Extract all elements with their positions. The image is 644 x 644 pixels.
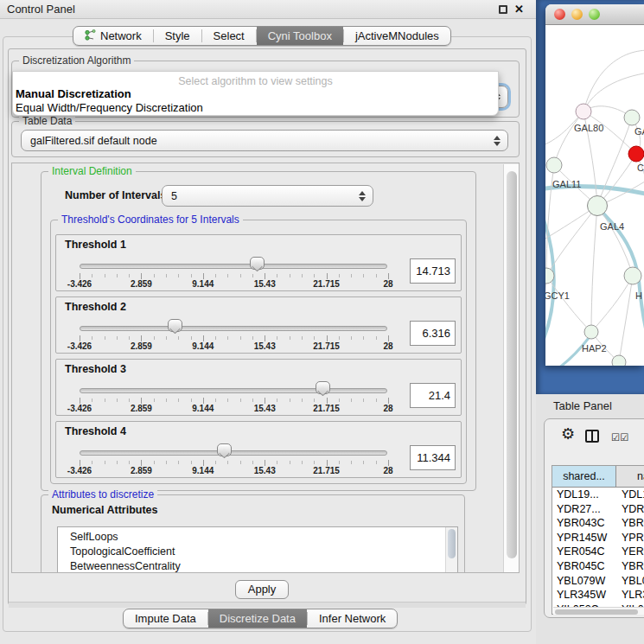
table-horizontal-scrollbar-thumb[interactable] — [555, 609, 638, 615]
slider-axis-labels: -3.4262.8599.14415.4321.71528 — [80, 404, 388, 414]
split-view-icon[interactable] — [585, 430, 599, 443]
network-node[interactable] — [612, 355, 626, 366]
table-data-combobox[interactable]: galFiltered.sif default node — [21, 130, 508, 151]
network-canvas[interactable]: GAL80GACGAL11GAL4GCY1HHAP2 — [545, 25, 644, 366]
network-node-gal11[interactable] — [546, 157, 562, 173]
table-row[interactable]: YPR145WYPR1 — [552, 531, 644, 545]
table-row[interactable]: YDL19...YDL1 — [552, 488, 644, 502]
tab-network[interactable]: Network — [73, 27, 153, 45]
threshold-slider-thumb[interactable] — [217, 443, 231, 459]
network-node-label: H — [635, 290, 642, 301]
threshold-slider-track[interactable] — [80, 388, 387, 393]
cell-name: YBR0 — [616, 516, 644, 531]
network-edge[interactable] — [591, 276, 633, 332]
tick-mark — [154, 461, 155, 464]
network-edge[interactable] — [597, 206, 633, 276]
network-window-titlebar[interactable] — [545, 4, 644, 25]
threshold-slider-thumb[interactable] — [316, 381, 329, 397]
threshold-slider-thumb[interactable] — [250, 257, 264, 272]
interval-definition-group: Interval Definition Number of Intervals … — [41, 171, 476, 491]
number-of-intervals-combobox[interactable]: 5 — [162, 185, 373, 207]
table-row[interactable]: YDR27...YDR2 — [552, 502, 644, 517]
numerical-attributes-list[interactable]: SelfLoopsTopologicalCoefficientBetweenne… — [57, 526, 458, 573]
threshold-panel-4: Threshold 4-3.4262.8599.14415.4321.71528… — [55, 421, 462, 478]
network-node-ga[interactable] — [624, 110, 640, 125]
tick-mark — [129, 336, 130, 340]
threshold-slider-track[interactable] — [80, 326, 387, 331]
threshold-slider-track[interactable] — [80, 264, 387, 269]
network-node-c[interactable] — [628, 146, 644, 162]
tick-mark — [327, 335, 328, 341]
table-row[interactable]: YLR345WYLR3 — [552, 588, 644, 603]
threshold-value-field[interactable]: 14.713 — [410, 258, 456, 284]
zoom-traffic-light-icon[interactable] — [589, 9, 600, 20]
attribute-list-item[interactable]: TopologicalCoefficient — [58, 545, 457, 559]
table-horizontal-scrollbar[interactable] — [553, 607, 644, 615]
axis-tick-label: 28 — [383, 341, 392, 351]
threshold-slider-track[interactable] — [80, 450, 387, 456]
network-edge[interactable] — [591, 206, 597, 332]
network-edge[interactable] — [583, 73, 644, 112]
tab-cyni-toolbox[interactable]: Cyni Toolbox — [257, 27, 343, 45]
list-scrollbar-thumb[interactable] — [448, 529, 456, 558]
network-node-hap2[interactable] — [584, 325, 598, 339]
tick-mark — [215, 461, 216, 464]
tick-mark — [141, 460, 142, 466]
float-window-icon[interactable] — [499, 5, 507, 14]
attribute-list-item[interactable]: BetweennessCentrality — [58, 559, 457, 573]
threshold-slider-thumb[interactable] — [168, 319, 182, 335]
table-row[interactable]: YER054CYER0 — [552, 545, 644, 559]
tick-mark — [339, 461, 340, 464]
tick-mark — [277, 461, 277, 464]
apply-button[interactable]: Apply — [235, 580, 289, 599]
table-data-combobox-value: galFiltered.sif default node — [30, 135, 157, 147]
network-node-label: GAL80 — [574, 123, 603, 133]
table-row[interactable]: YBR043CYBR0 — [552, 516, 644, 531]
tick-mark — [240, 274, 241, 277]
tick-mark — [166, 274, 167, 277]
column-header-shared[interactable]: shared... — [552, 466, 616, 488]
network-edge[interactable] — [554, 112, 583, 165]
axis-tick-label: 2.859 — [131, 466, 152, 475]
column-checkboxes-icon[interactable]: ☑☑ — [611, 431, 629, 443]
tick-mark — [314, 461, 315, 464]
cell-shared-name: YBR043C — [552, 516, 616, 531]
network-node-gal80[interactable] — [576, 104, 591, 119]
close-traffic-light-icon[interactable] — [554, 9, 565, 20]
threshold-value-field[interactable]: 11.344 — [410, 445, 456, 470]
network-edge[interactable] — [619, 276, 633, 362]
minimize-traffic-light-icon[interactable] — [571, 9, 583, 20]
algorithm-option[interactable]: Equal Width/Frequency Discretization — [13, 101, 498, 115]
tab-discretize-data[interactable]: Discretize Data — [208, 609, 307, 628]
tick-mark — [363, 274, 364, 277]
pane-scrollbar[interactable] — [503, 164, 519, 573]
algorithm-option[interactable]: Manual Discretization — [13, 87, 498, 101]
network-node-h[interactable] — [624, 267, 641, 284]
close-icon[interactable]: ✕ — [514, 3, 524, 16]
network-node-gal4[interactable] — [588, 196, 608, 216]
threshold-value-field[interactable]: 6.316 — [410, 321, 456, 346]
tab-impute-data[interactable]: Impute Data — [124, 609, 207, 628]
tick-mark — [290, 399, 290, 402]
tick-mark — [166, 399, 167, 402]
attribute-list-item[interactable]: SelfLoops — [58, 530, 457, 545]
list-scrollbar[interactable] — [445, 527, 457, 573]
pane-scrollbar-thumb[interactable] — [507, 171, 517, 558]
network-edge[interactable] — [583, 50, 644, 112]
tick-mark — [178, 274, 179, 277]
tab-jactivemnodules[interactable]: jActiveMNodules — [344, 27, 450, 45]
tab-select[interactable]: Select — [202, 27, 256, 45]
axis-tick-label: -3.426 — [67, 279, 92, 289]
tick-mark — [227, 461, 228, 464]
column-header-name[interactable]: na — [616, 466, 644, 488]
tick-mark — [154, 399, 155, 402]
threshold-value-field[interactable]: 21.4 — [410, 383, 456, 408]
tab-style[interactable]: Style — [154, 27, 201, 45]
cell-shared-name: YLR345W — [552, 588, 616, 603]
threshold-label: Threshold 2 — [65, 301, 126, 313]
network-edge[interactable] — [545, 276, 546, 362]
gear-icon[interactable]: ⚙ — [561, 426, 575, 442]
tab-infer-network[interactable]: Infer Network — [308, 609, 397, 628]
table-row[interactable]: YBR045CYBR0 — [552, 559, 644, 574]
table-row[interactable]: YBL079WYBL0 — [552, 574, 644, 589]
